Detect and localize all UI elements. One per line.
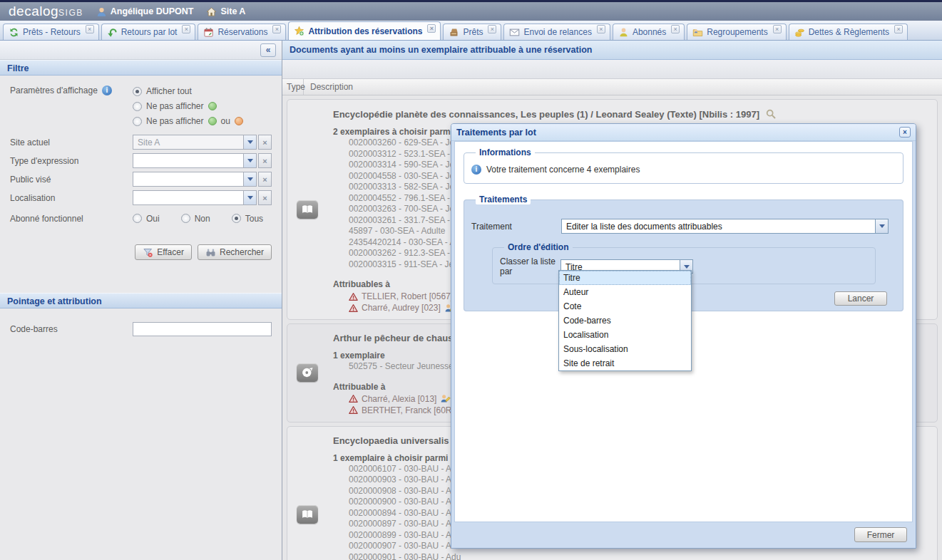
site-combobox[interactable]: Site A × — [133, 135, 272, 150]
chevron-down-icon[interactable] — [243, 135, 257, 150]
dropdown-option[interactable]: Cote — [559, 299, 691, 313]
tab[interactable]: Abonnés × — [613, 24, 685, 40]
site-combobox-value[interactable]: Site A — [133, 135, 243, 150]
radio-tous[interactable]: Tous — [232, 214, 263, 224]
warning-icon — [349, 405, 358, 415]
holder-name: Charré, Audrey [023] — [362, 302, 441, 313]
dropdown-option[interactable]: Auteur — [559, 285, 691, 299]
tab-icon — [449, 27, 459, 38]
dropdown-option[interactable]: Sous-localisation — [559, 342, 691, 356]
funnel-clear-icon — [143, 247, 153, 258]
tab[interactable]: Dettes & Règlements × — [789, 24, 908, 40]
dialog-close-button[interactable]: Fermer — [854, 527, 907, 542]
tab-label: Prêts — [463, 27, 483, 37]
clear-icon[interactable]: × — [258, 153, 272, 168]
orange-status-dot — [235, 117, 243, 125]
dialog-title: Traitements par lot — [456, 128, 536, 138]
current-site[interactable]: Site A — [206, 6, 245, 17]
treatments-legend: Traitements — [476, 195, 531, 204]
tab-close-icon[interactable]: × — [427, 24, 436, 33]
localisation-value[interactable] — [133, 190, 243, 205]
radio-non[interactable]: Non — [181, 214, 210, 224]
radio-button[interactable] — [232, 214, 241, 223]
public-combobox[interactable]: × — [133, 172, 272, 187]
treatment-value[interactable]: Editer la liste des documents attribuabl… — [561, 219, 875, 234]
tab[interactable]: Envoi de relances × — [503, 24, 610, 40]
radio-show-all[interactable]: Afficher tout — [133, 86, 243, 96]
warning-icon — [349, 394, 358, 403]
tab[interactable]: Regroupements × — [687, 24, 786, 40]
radio-hide-green[interactable]: Ne pas afficher — [133, 101, 243, 111]
dropdown-option[interactable]: Titre — [559, 271, 691, 285]
chevron-down-icon[interactable] — [875, 219, 889, 234]
treatment-label: Traitement — [471, 222, 561, 232]
collapse-sidebar-button[interactable]: « — [260, 43, 276, 57]
tab[interactable]: Prêts - Retours × — [3, 24, 99, 40]
tab-close-icon[interactable]: × — [773, 25, 782, 33]
localisation-combobox[interactable]: × — [133, 190, 272, 205]
tab-close-icon[interactable]: × — [597, 25, 605, 33]
chevron-down-icon[interactable] — [243, 153, 257, 168]
tab-label: Envoi de relances — [523, 27, 591, 37]
sort-by-dropdown-list: TitreAuteurCoteCode-barresLocalisationSo… — [558, 270, 692, 371]
dialog-titlebar: Traitements par lot × — [451, 124, 916, 141]
treatment-combobox[interactable]: Editer la liste des documents attribuabl… — [561, 219, 889, 234]
radio-button[interactable] — [181, 214, 190, 223]
pointage-section-title: Pointage et attribution — [0, 293, 282, 308]
edition-order-legend: Ordre d'édition — [504, 242, 573, 252]
tab[interactable]: Prêts × — [443, 24, 501, 40]
dropdown-option[interactable]: Code-barres — [559, 313, 691, 328]
tab-icon — [618, 27, 629, 38]
expression-type-value[interactable] — [133, 153, 243, 168]
expression-type-combobox[interactable]: × — [133, 153, 272, 168]
chevron-down-icon[interactable] — [243, 190, 257, 205]
type-cell — [287, 327, 327, 419]
type-cell — [287, 103, 327, 316]
chevron-down-icon[interactable] — [243, 172, 257, 187]
radio-button[interactable] — [133, 214, 142, 223]
radio-hide-green-or-orange[interactable]: Ne pas afficher ou — [133, 116, 243, 126]
clear-icon[interactable]: × — [258, 190, 272, 205]
tab-close-icon[interactable]: × — [86, 25, 94, 33]
tab-close-icon[interactable]: × — [182, 25, 190, 33]
column-description[interactable]: Description — [304, 82, 353, 92]
public-value[interactable] — [133, 172, 243, 187]
current-user[interactable]: Angélique DUPONT — [96, 6, 194, 17]
radio-button[interactable] — [133, 102, 142, 111]
document-title: Encyclopédie planète des connaissances, … — [333, 109, 759, 120]
dialog-close-icon[interactable]: × — [899, 127, 911, 138]
document-title: Arthur le pêcheur de chauss — [333, 333, 459, 343]
topbar: decalog SIGB Angélique DUPONT Site A — [0, 0, 942, 21]
info-text: Votre traitement concerne 4 exemplaires — [486, 165, 640, 175]
dropdown-option[interactable]: Site de retrait — [559, 356, 691, 370]
search-button[interactable]: Rechercher — [198, 244, 272, 260]
launch-button[interactable]: Lancer — [834, 291, 887, 306]
person-edit-icon[interactable] — [440, 393, 451, 404]
tab-close-icon[interactable]: × — [671, 25, 680, 33]
tab-close-icon[interactable]: × — [272, 25, 281, 33]
tab-close-icon[interactable]: × — [894, 25, 903, 33]
tab-label: Regroupements — [707, 27, 767, 37]
tab-label: Attribution des réservations — [308, 26, 422, 36]
clear-icon[interactable]: × — [258, 172, 272, 187]
clear-icon[interactable]: × — [258, 135, 272, 150]
tab[interactable]: Retours par lot × — [101, 24, 196, 40]
tab[interactable]: Réservations × — [198, 24, 286, 40]
clear-filter-button[interactable]: Effacer — [135, 244, 192, 260]
warning-icon — [349, 292, 358, 301]
warning-icon — [349, 304, 358, 313]
home-icon — [206, 6, 217, 17]
documents-panel-title: Documents ayant au moins un exemplaire a… — [282, 41, 942, 60]
type-cell — [287, 430, 327, 560]
tab[interactable]: Attribution des réservations × — [288, 21, 441, 40]
tab-close-icon[interactable]: × — [488, 25, 496, 33]
green-status-dot — [208, 102, 217, 110]
barcode-input[interactable] — [133, 322, 272, 336]
magnifier-icon[interactable] — [765, 108, 777, 120]
radio-button[interactable] — [133, 87, 142, 96]
radio-oui[interactable]: Oui — [133, 214, 160, 224]
dropdown-option[interactable]: Localisation — [559, 328, 691, 342]
column-type[interactable]: Type — [282, 79, 304, 95]
radio-button[interactable] — [133, 117, 142, 126]
documents-toolbar — [282, 60, 942, 79]
